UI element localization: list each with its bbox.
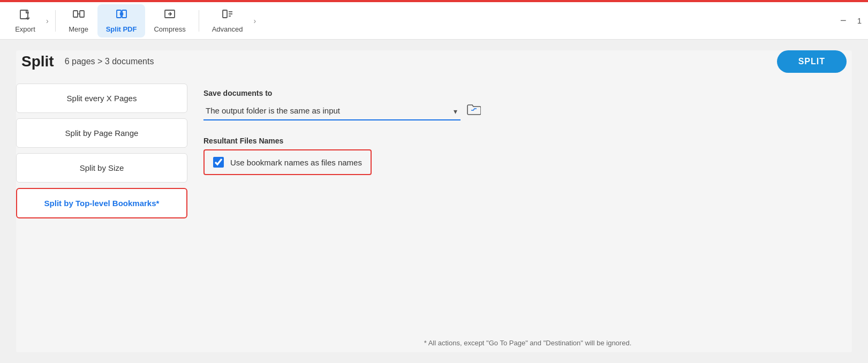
toolbar-item-merge[interactable]: Merge: [60, 4, 97, 37]
save-location-dropdown[interactable]: The output folder is the same as input C…: [203, 102, 461, 120]
svg-rect-3: [80, 11, 84, 17]
toolbar-item-export[interactable]: Export: [6, 4, 44, 37]
bookmark-names-checkbox[interactable]: [213, 157, 224, 168]
left-panel: Split every X Pages Split by Page Range …: [16, 84, 187, 352]
chevron-right-icon-2: ›: [252, 17, 259, 25]
option-split-every-x[interactable]: Split every X Pages: [16, 84, 187, 113]
advanced-icon: [221, 9, 234, 23]
folder-icon[interactable]: [467, 104, 481, 119]
resultant-files-section: Resultant Files Names Use bookmark names…: [203, 137, 852, 175]
merge-icon: [72, 9, 85, 23]
toolbar-label-advanced: Advanced: [212, 25, 243, 33]
svg-rect-2: [73, 11, 78, 17]
export-icon: [19, 9, 32, 23]
right-panel: Save documents to The output folder is t…: [203, 84, 852, 352]
resultant-files-label: Resultant Files Names: [203, 137, 852, 145]
main-panel: Split every X Pages Split by Page Range …: [16, 84, 852, 352]
toolbar-label-merge: Merge: [69, 25, 88, 33]
main-content: Split 6 pages > 3 documents SPLIT Split …: [0, 40, 868, 363]
svg-rect-0: [20, 10, 28, 19]
toolbar-item-advanced[interactable]: Advanced: [203, 4, 252, 37]
minimize-button[interactable]: −: [836, 12, 851, 29]
content-wrapper: Split 6 pages > 3 documents SPLIT Split …: [16, 50, 852, 352]
chevron-right-icon: ›: [44, 17, 51, 25]
dropdown-wrapper: The output folder is the same as input C…: [203, 102, 461, 120]
footer-note: * All actions, except "Go To Page" and "…: [203, 275, 852, 352]
split-button[interactable]: SPLIT: [777, 50, 847, 73]
toolbar-separator: [55, 10, 56, 32]
toolbar-item-split-pdf[interactable]: Split PDF: [97, 4, 146, 37]
split-title: Split: [21, 53, 54, 70]
split-pdf-icon: [115, 9, 128, 23]
svg-rect-10: [223, 10, 227, 18]
toolbar-label-export: Export: [15, 25, 35, 33]
split-header: Split 6 pages > 3 documents SPLIT: [16, 50, 852, 73]
bookmark-names-checkbox-row[interactable]: Use bookmark names as files names: [203, 149, 372, 175]
bookmark-names-label: Use bookmark names as files names: [230, 158, 362, 167]
page-number: 1: [857, 16, 862, 25]
dropdown-row: The output folder is the same as input C…: [203, 102, 852, 120]
split-info: 6 pages > 3 documents: [65, 57, 154, 66]
toolbar-label-compress: Compress: [154, 25, 185, 33]
option-split-by-page-range[interactable]: Split by Page Range: [16, 118, 187, 148]
option-split-by-size[interactable]: Split by Size: [16, 153, 187, 183]
toolbar-label-split-pdf: Split PDF: [106, 25, 137, 33]
save-documents-section: Save documents to The output folder is t…: [203, 89, 852, 120]
save-documents-label: Save documents to: [203, 89, 852, 97]
option-split-by-bookmarks[interactable]: Split by Top-level Bookmarks*: [16, 188, 187, 218]
compress-icon: [163, 9, 176, 23]
toolbar: Export › Merge Split PDF: [0, 2, 868, 40]
toolbar-item-compress[interactable]: Compress: [145, 4, 194, 37]
toolbar-separator-2: [199, 10, 199, 32]
toolbar-right: − 1: [836, 12, 862, 29]
